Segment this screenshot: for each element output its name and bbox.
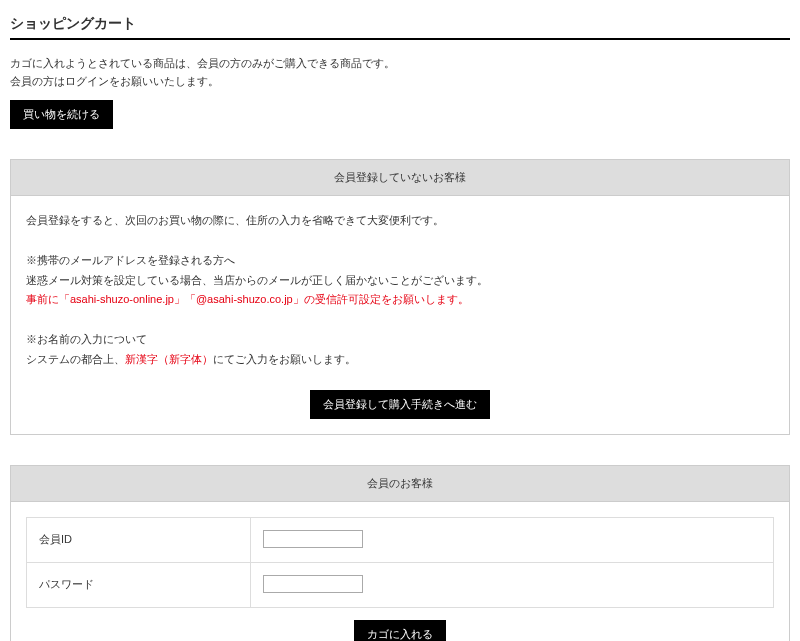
table-row: パスワード [27,562,774,607]
password-label: パスワード [27,562,251,607]
nonmember-body: 会員登録をすると、次回のお買い物の際に、住所の入力を省略できて大変便利です。 ※… [11,196,789,433]
benefit-text: 会員登録をすると、次回のお買い物の際に、住所の入力を省略できて大変便利です。 [26,211,774,231]
add-to-cart-button[interactable]: カゴに入れる [354,620,446,641]
member-id-label: 会員ID [27,517,251,562]
name-after: にてご入力をお願いします。 [213,353,356,365]
continue-shopping-button[interactable]: 買い物を続ける [10,100,113,129]
mobile-note-red: 事前に「asahi-shuzo-online.jp」「@asahi-shuzo.… [26,290,774,310]
member-body: 会員ID パスワード カゴに入れる 他サイトIDでログイン Y! [11,502,789,641]
member-panel: 会員のお客様 会員ID パスワード カゴに入れる 他サイトIDでログイン [10,465,790,641]
nonmember-header: 会員登録していないお客様 [11,160,789,196]
mobile-note-body: 迷惑メール対策を設定している場合、当店からのメールが正しく届かないことがございま… [26,271,774,291]
intro-text: カゴに入れようとされている商品は、会員の方のみがご購入できる商品です。 会員の方… [10,55,790,90]
login-table: 会員ID パスワード [26,517,774,609]
register-button[interactable]: 会員登録して購入手続きへ進む [310,390,490,419]
name-before: システムの都合上、 [26,353,125,365]
table-row: 会員ID [27,517,774,562]
page-title: ショッピングカート [10,10,790,40]
member-header: 会員のお客様 [11,466,789,502]
name-red: 新漢字（新字体） [125,353,213,365]
name-note-title: ※お名前の入力について [26,330,774,350]
intro-line-1: カゴに入れようとされている商品は、会員の方のみがご購入できる商品です。 [10,55,790,73]
password-input[interactable] [263,575,363,593]
nonmember-panel: 会員登録していないお客様 会員登録をすると、次回のお買い物の際に、住所の入力を省… [10,159,790,434]
member-id-input[interactable] [263,530,363,548]
name-note-line: システムの都合上、新漢字（新字体）にてご入力をお願いします。 [26,350,774,370]
intro-line-2: 会員の方はログインをお願いいたします。 [10,73,790,91]
mobile-note-title: ※携帯のメールアドレスを登録される方へ [26,251,774,271]
